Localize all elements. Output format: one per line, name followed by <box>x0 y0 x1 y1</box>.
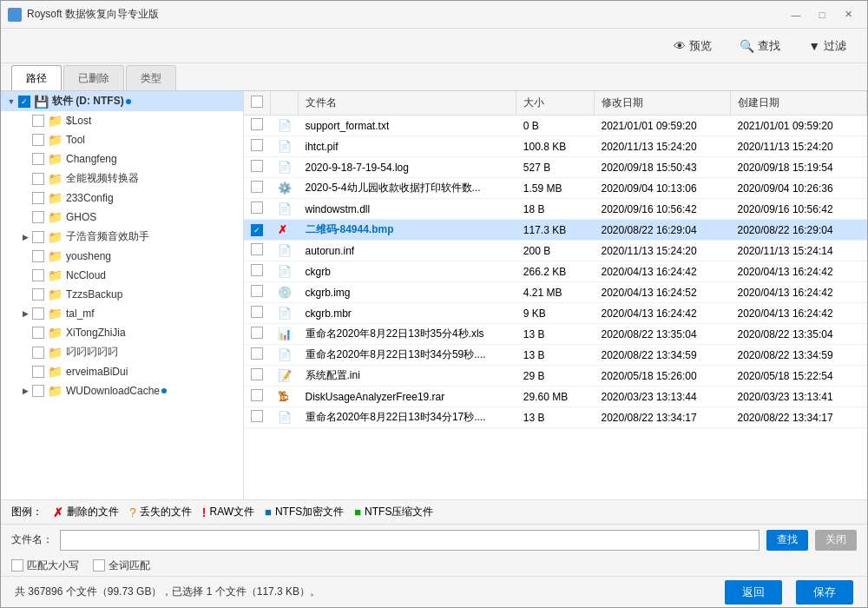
tree-checkbox[interactable] <box>32 231 44 243</box>
table-row[interactable]: 📄2020-9-18-7-19-54.log527 B2020/09/18 15… <box>244 157 867 178</box>
table-row[interactable]: 📄ckgrb266.2 KB2020/04/13 16:24:422020/04… <box>244 261 867 282</box>
row-checkbox-cell[interactable] <box>244 366 271 387</box>
tab-path[interactable]: 路径 <box>11 65 62 90</box>
table-row[interactable]: 💿ckgrb.img4.21 MB2020/04/13 16:24:522020… <box>244 282 867 303</box>
row-checkbox-cell[interactable] <box>244 199 271 220</box>
tree-checkbox[interactable] <box>32 327 44 339</box>
search-button[interactable]: 🔍 查找 <box>733 35 787 57</box>
row-checkbox[interactable] <box>251 243 263 255</box>
minimize-button[interactable]: — <box>784 6 808 23</box>
tree-item-nccloud[interactable]: 📁 NcCloud <box>15 266 243 285</box>
table-row[interactable]: 📊重命名2020年8月22日13时35分4秒.xls13 B2020/08/22… <box>244 324 867 345</box>
row-checkbox-cell[interactable] <box>244 261 271 282</box>
tree-item-yousheng[interactable]: 📁 yousheng <box>15 247 243 266</box>
table-row[interactable]: 📄support_format.txt0 B2021/01/01 09:59:2… <box>244 116 867 136</box>
tree-item-tool[interactable]: 📁 Tool <box>15 130 243 149</box>
table-row[interactable]: 📄重命名2020年8月22日13时34分17秒....13 B2020/08/2… <box>244 407 867 428</box>
tree-item-ghos[interactable]: 📁 GHOS <box>15 208 243 227</box>
table-row[interactable]: 📄autorun.inf200 B2020/11/13 15:24:202020… <box>244 241 867 261</box>
row-checkbox-cell[interactable] <box>244 116 271 136</box>
row-checkbox[interactable] <box>251 389 263 401</box>
tree-checkbox[interactable] <box>32 307 44 320</box>
maximize-button[interactable]: □ <box>810 6 834 23</box>
tree-item-changfeng[interactable]: 📁 Changfeng <box>15 149 243 169</box>
tree-item-special[interactable]: 📁 叼叼叼叼叼 <box>15 342 243 362</box>
header-filename[interactable]: 文件名 <box>299 91 516 116</box>
case-match-checkbox[interactable] <box>11 559 23 572</box>
tree-checkbox[interactable] <box>32 385 44 397</box>
select-all-checkbox[interactable] <box>251 96 263 108</box>
tree-item-converter[interactable]: 📁 全能视频转换器 <box>15 169 243 188</box>
row-checkbox-cell[interactable] <box>244 387 271 407</box>
row-checkbox[interactable] <box>251 285 263 297</box>
tree-checkbox[interactable] <box>32 366 44 378</box>
tree-container[interactable]: ▼ 💾 软件 (D: NTFS) 📁 $Lost <box>1 91 243 499</box>
tree-checkbox[interactable] <box>32 269 44 281</box>
table-row[interactable]: 📄windowstm.dll18 B2020/09/16 10:56:42202… <box>244 199 867 220</box>
tree-checkbox[interactable] <box>32 173 44 185</box>
tree-item-233config[interactable]: 📁 233Config <box>15 188 243 208</box>
row-checkbox[interactable] <box>251 181 263 193</box>
tree-checkbox[interactable] <box>32 250 44 262</box>
row-checkbox-cell[interactable] <box>244 303 271 324</box>
tree-item-wudownload[interactable]: ▶ 📁 WUDownloadCache <box>15 381 243 400</box>
header-checkbox[interactable] <box>244 91 271 116</box>
table-row[interactable]: 📄ihtct.pif100.8 KB2020/11/13 15:24:20202… <box>244 136 867 157</box>
row-checkbox-cell[interactable] <box>244 345 271 366</box>
search-input[interactable] <box>60 530 760 551</box>
row-checkbox[interactable] <box>251 139 263 151</box>
row-checkbox[interactable] <box>251 118 263 130</box>
row-checkbox[interactable] <box>251 347 263 360</box>
row-checkbox[interactable] <box>251 327 263 339</box>
word-match-label[interactable]: 全词匹配 <box>93 558 150 573</box>
row-checkbox[interactable] <box>251 410 263 422</box>
word-match-checkbox[interactable] <box>93 559 105 572</box>
row-checkbox-cell[interactable]: ✓ <box>244 220 271 241</box>
tree-item-root[interactable]: ▼ 💾 软件 (D: NTFS) <box>1 91 243 111</box>
tree-checkbox[interactable] <box>32 211 44 223</box>
row-checkbox-cell[interactable] <box>244 282 271 303</box>
row-checkbox[interactable] <box>251 264 263 276</box>
case-match-label[interactable]: 匹配大小写 <box>11 558 79 573</box>
find-button[interactable]: 查找 <box>766 530 808 551</box>
file-list-scroll[interactable]: 文件名 大小 修改日期 创建日期 📄support_format.txt0 B2… <box>244 91 867 499</box>
row-checkbox-cell[interactable] <box>244 136 271 157</box>
row-checkbox[interactable] <box>251 160 263 172</box>
header-created[interactable]: 创建日期 <box>730 91 866 116</box>
tree-item-tzzs[interactable]: 📁 TzzsBackup <box>15 285 243 304</box>
save-button[interactable]: 保存 <box>796 580 853 605</box>
table-row[interactable]: ⚙️2020-5-4幼儿园收款收据打印软件数...1.59 MB2020/09/… <box>244 178 867 199</box>
tree-item-talmf[interactable]: ▶ 📁 tal_mf <box>15 304 243 323</box>
expand-icon[interactable]: ▶ <box>18 230 32 244</box>
tab-deleted[interactable]: 已删除 <box>63 65 124 90</box>
preview-button[interactable]: 👁 预览 <box>667 35 719 57</box>
row-checkbox-cell[interactable] <box>244 157 271 178</box>
tree-checkbox[interactable] <box>32 288 44 301</box>
expand-icon[interactable]: ▼ <box>4 95 18 109</box>
row-checkbox-cell[interactable] <box>244 407 271 428</box>
table-row[interactable]: 📄重命名2020年8月22日13时34分59秒....13 B2020/08/2… <box>244 345 867 366</box>
row-checkbox[interactable] <box>251 202 263 214</box>
table-row[interactable]: 🗜DiskUsageAnalyzerFree19.rar29.60 MB2020… <box>244 387 867 407</box>
tree-item-audio[interactable]: ▶ 📁 子浩音频音效助手 <box>15 227 243 247</box>
tree-checkbox[interactable] <box>32 134 44 146</box>
table-row[interactable]: ✓✗二维码-84944.bmp117.3 KB2020/08/22 16:29:… <box>244 220 867 241</box>
table-row[interactable]: 📄ckgrb.mbr9 KB2020/04/13 16:24:422020/04… <box>244 303 867 324</box>
expand-icon[interactable]: ▶ <box>18 384 32 398</box>
close-button[interactable]: ✕ <box>836 6 860 23</box>
row-checkbox-cell[interactable] <box>244 241 271 261</box>
tree-item-xtongzhijia[interactable]: 📁 XiTongZhiJia <box>15 323 243 342</box>
tab-type[interactable]: 类型 <box>126 65 176 90</box>
close-search-button[interactable]: 关闭 <box>815 530 857 551</box>
tree-checkbox[interactable] <box>32 115 44 127</box>
header-size[interactable]: 大小 <box>516 91 595 116</box>
filter-button[interactable]: ▼ 过滤 <box>801 35 853 57</box>
tree-item-erbidui[interactable]: 📁 erveimaBiDui <box>15 362 243 381</box>
table-row[interactable]: 📝系统配置.ini29 B2020/05/18 15:26:002020/05/… <box>244 366 867 387</box>
tree-checkbox[interactable] <box>32 192 44 204</box>
row-checkbox-cell[interactable] <box>244 324 271 345</box>
tree-checkbox-root[interactable] <box>18 96 30 108</box>
row-checkbox[interactable]: ✓ <box>251 224 263 236</box>
back-button[interactable]: 返回 <box>725 580 782 605</box>
row-checkbox[interactable] <box>251 306 263 318</box>
